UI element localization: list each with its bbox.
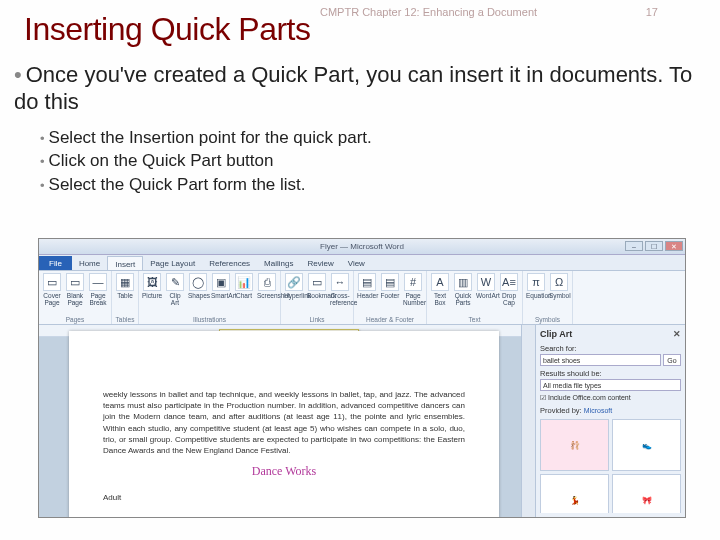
- clip-art-icon: ✎: [166, 273, 184, 291]
- tab-review[interactable]: Review: [300, 256, 340, 270]
- tab-page-layout[interactable]: Page Layout: [143, 256, 202, 270]
- results-label: Results should be:: [540, 369, 681, 378]
- ribbon-group-symbols: πEquationΩSymbolSymbols: [523, 271, 573, 324]
- ribbon-group-label: Tables: [115, 316, 135, 323]
- page-number: 17: [646, 6, 658, 18]
- cross-reference-button[interactable]: ↔Cross-reference: [330, 273, 350, 306]
- ribbon-group-illustrations: 🖼Picture✎Clip Art◯Shapes▣SmartArt📊Chart⎙…: [139, 271, 281, 324]
- cross-reference-icon: ↔: [331, 273, 349, 291]
- picture-icon: 🖼: [143, 273, 161, 291]
- clipart-pane: Clip Art ✕ Search for: ballet shoes Go R…: [535, 325, 685, 517]
- tab-home[interactable]: Home: [72, 256, 107, 270]
- chart-button[interactable]: 📊Chart: [234, 273, 254, 306]
- file-tab[interactable]: File: [39, 256, 72, 270]
- page-number-button[interactable]: #Page Number: [403, 273, 423, 306]
- picture-button[interactable]: 🖼Picture: [142, 273, 162, 306]
- footer-icon: ▤: [381, 273, 399, 291]
- document-caption: Adult: [103, 493, 465, 502]
- go-button[interactable]: Go: [663, 354, 681, 366]
- clipart-thumb[interactable]: 🩰: [540, 419, 609, 471]
- document-page: weekly lessons in ballet and tap techniq…: [69, 331, 499, 517]
- footer-button[interactable]: ▤Footer: [380, 273, 400, 306]
- quick-parts-icon: ▥: [454, 273, 472, 291]
- hyperlink-icon: 🔗: [285, 273, 303, 291]
- clipart-thumb[interactable]: 🎀: [612, 474, 681, 513]
- ribbon-group-header-footer: ▤Header▤Footer#Page NumberHeader & Foote…: [354, 271, 427, 324]
- window-title: Flyer — Microsoft Word: [320, 242, 404, 251]
- sub-bullet: •Select the Insertion point for the quic…: [40, 126, 706, 150]
- shapes-icon: ◯: [189, 273, 207, 291]
- equation-button[interactable]: πEquation: [526, 273, 546, 299]
- equation-icon: π: [527, 273, 545, 291]
- ribbon: ▭Cover Page▭Blank Page―Page BreakPages▦T…: [39, 271, 685, 325]
- document-heading: Dance Works: [103, 464, 465, 479]
- document-area[interactable]: Insert Page Number Insert page numbers i…: [39, 325, 521, 517]
- chapter-label: CMPTR Chapter 12: Enhancing a Document: [320, 6, 537, 18]
- tab-view[interactable]: View: [341, 256, 372, 270]
- cover-page-button[interactable]: ▭Cover Page: [42, 273, 62, 306]
- smartart-button[interactable]: ▣SmartArt: [211, 273, 231, 306]
- drop-cap-button[interactable]: A≡Drop Cap: [499, 273, 519, 306]
- hyperlink-button[interactable]: 🔗Hyperlink: [284, 273, 304, 306]
- search-label: Search for:: [540, 344, 681, 353]
- ribbon-group-label: Header & Footer: [357, 316, 423, 323]
- tab-mailings[interactable]: Mailings: [257, 256, 300, 270]
- page-break-icon: ―: [89, 273, 107, 291]
- smartart-icon: ▣: [212, 273, 230, 291]
- tab-insert[interactable]: Insert: [107, 256, 143, 270]
- header-button[interactable]: ▤Header: [357, 273, 377, 306]
- close-button[interactable]: ✕: [665, 241, 683, 251]
- screenshot-icon: ⎙: [258, 273, 276, 291]
- clipart-thumb[interactable]: 💃: [540, 474, 609, 513]
- page-break-button[interactable]: ―Page Break: [88, 273, 108, 306]
- shapes-button[interactable]: ◯Shapes: [188, 273, 208, 306]
- blank-page-icon: ▭: [66, 273, 84, 291]
- text-box-icon: A: [431, 273, 449, 291]
- chart-icon: 📊: [235, 273, 253, 291]
- clipart-thumb[interactable]: 👟: [612, 419, 681, 471]
- clipart-pane-title: Clip Art: [540, 329, 572, 339]
- symbol-button[interactable]: ΩSymbol: [549, 273, 569, 299]
- document-body-text: weekly lessons in ballet and tap techniq…: [103, 389, 465, 456]
- ribbon-group-text: AText Box▥Quick PartsWWordArtA≡Drop CapT…: [427, 271, 523, 324]
- table-button[interactable]: ▦Table: [115, 273, 135, 299]
- wordart-icon: W: [477, 273, 495, 291]
- provider-link[interactable]: Microsoft: [584, 407, 612, 414]
- quick-parts-button[interactable]: ▥Quick Parts: [453, 273, 473, 306]
- ribbon-group-links: 🔗Hyperlink▭Bookmark↔Cross-referenceLinks: [281, 271, 354, 324]
- ribbon-group-label: Text: [430, 316, 519, 323]
- ribbon-group-tables: ▦TableTables: [112, 271, 139, 324]
- word-screenshot: Flyer — Microsoft Word – ☐ ✕ File Home I…: [38, 238, 686, 518]
- maximize-button[interactable]: ☐: [645, 241, 663, 251]
- ribbon-group-label: Illustrations: [142, 316, 277, 323]
- slide-title: Inserting Quick Parts: [24, 11, 311, 48]
- wordart-button[interactable]: WWordArt: [476, 273, 496, 306]
- sub-bullet: •Click on the Quick Part button: [40, 149, 706, 173]
- bookmark-icon: ▭: [308, 273, 326, 291]
- page-number-icon: #: [404, 273, 422, 291]
- header-icon: ▤: [358, 273, 376, 291]
- text-box-button[interactable]: AText Box: [430, 273, 450, 306]
- window-titlebar: Flyer — Microsoft Word – ☐ ✕: [39, 239, 685, 255]
- symbol-icon: Ω: [550, 273, 568, 291]
- screenshot-button[interactable]: ⎙Screenshot: [257, 273, 277, 306]
- ribbon-group-label: Links: [284, 316, 350, 323]
- drop-cap-icon: A≡: [500, 273, 518, 291]
- close-pane-icon[interactable]: ✕: [673, 329, 681, 339]
- main-bullet: •Once you've created a Quick Part, you c…: [14, 62, 706, 116]
- scrollbar[interactable]: [521, 325, 535, 517]
- include-office-checkbox[interactable]: ☑ Include Office.com content: [540, 394, 681, 402]
- blank-page-button[interactable]: ▭Blank Page: [65, 273, 85, 306]
- ribbon-group-pages: ▭Cover Page▭Blank Page―Page BreakPages: [39, 271, 112, 324]
- table-icon: ▦: [116, 273, 134, 291]
- results-select[interactable]: All media file types: [540, 379, 681, 391]
- bookmark-button[interactable]: ▭Bookmark: [307, 273, 327, 306]
- search-input[interactable]: ballet shoes: [540, 354, 661, 366]
- clip-art-button[interactable]: ✎Clip Art: [165, 273, 185, 306]
- ribbon-group-label: Pages: [42, 316, 108, 323]
- cover-page-icon: ▭: [43, 273, 61, 291]
- sub-bullet: •Select the Quick Part form the list.: [40, 173, 706, 197]
- minimize-button[interactable]: –: [625, 241, 643, 251]
- provided-by-label: Provided by:: [540, 406, 582, 415]
- tab-references[interactable]: References: [202, 256, 257, 270]
